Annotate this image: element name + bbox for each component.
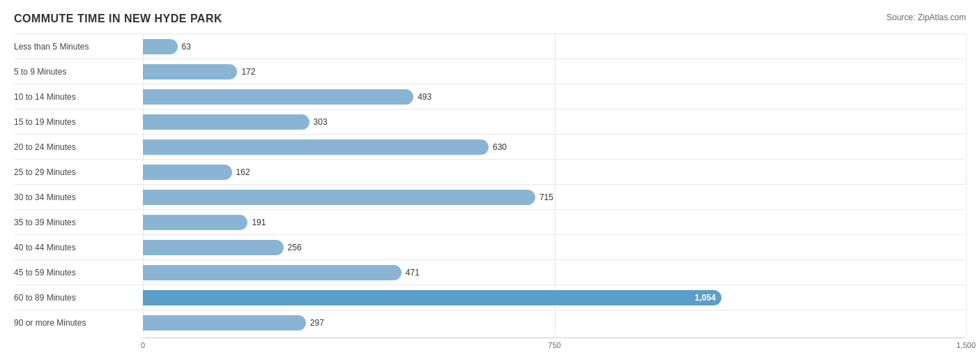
bar-label: 35 to 39 Minutes [14, 218, 143, 227]
bar-fill: 162 [143, 165, 232, 180]
bar-value: 630 [493, 142, 507, 152]
bar-area: 303 [143, 109, 966, 134]
bar-label: 45 to 59 Minutes [14, 268, 143, 278]
x-axis-tick: 1,500 [956, 341, 976, 349]
bar-area: 191 [143, 210, 966, 234]
bar-value: 162 [236, 167, 250, 177]
bar-area: 63 [143, 34, 966, 59]
bar-fill: 630 [143, 139, 489, 155]
bar-label: 5 to 9 Minutes [14, 67, 143, 77]
bar-label: 20 to 24 Minutes [14, 142, 143, 152]
x-axis-tick: 0 [141, 341, 145, 349]
bar-label: 15 to 19 Minutes [14, 117, 143, 127]
bar-value: 303 [314, 117, 328, 127]
bar-row: 20 to 24 Minutes630 [14, 134, 966, 159]
bar-fill: 256 [143, 240, 284, 255]
bar-row: 40 to 44 Minutes256 [14, 234, 966, 259]
bar-fill: 1,054 [143, 290, 721, 305]
bar-value: 297 [310, 318, 324, 328]
bar-value: 63 [182, 42, 191, 52]
bar-fill: 297 [143, 315, 306, 331]
bar-row: 35 to 39 Minutes191 [14, 209, 966, 234]
bar-fill: 715 [143, 190, 535, 205]
bar-value: 256 [288, 243, 302, 252]
bar-area: 715 [143, 185, 966, 209]
bar-area: 162 [143, 160, 966, 184]
bar-row: 5 to 9 Minutes172 [14, 59, 966, 84]
bar-fill: 191 [143, 215, 247, 230]
chart-title: COMMUTE TIME IN NEW HYDE PARK [14, 13, 222, 25]
bar-row: 30 to 34 Minutes715 [14, 184, 966, 209]
bar-area: 256 [143, 235, 966, 259]
bar-fill: 303 [143, 114, 309, 130]
bar-value: 715 [539, 192, 553, 202]
bar-label: 25 to 29 Minutes [14, 167, 143, 177]
bar-fill: 63 [143, 39, 178, 54]
bar-area: 297 [143, 310, 966, 335]
chart-container: COMMUTE TIME IN NEW HYDE PARK Source: Zi… [0, 0, 980, 364]
bar-row: 60 to 89 Minutes1,054 [14, 285, 966, 310]
chart-body: Less than 5 Minutes635 to 9 Minutes17210… [14, 33, 966, 335]
bar-area: 493 [143, 84, 966, 109]
bar-row: 10 to 14 Minutes493 [14, 84, 966, 109]
bar-value: 172 [241, 67, 255, 77]
bar-fill: 172 [143, 64, 237, 79]
bar-label: 90 or more Minutes [14, 318, 143, 328]
bar-fill: 471 [143, 265, 401, 280]
bar-fill: 493 [143, 89, 413, 105]
x-axis-tick: 750 [548, 341, 560, 349]
bar-row: Less than 5 Minutes63 [14, 33, 966, 59]
bar-row: 45 to 59 Minutes471 [14, 259, 966, 285]
chart-source: Source: ZipAtlas.com [887, 13, 966, 22]
bar-value: 493 [418, 92, 431, 102]
bar-area: 172 [143, 59, 966, 84]
bar-row: 90 or more Minutes297 [14, 310, 966, 335]
bar-area: 1,054 [143, 285, 966, 310]
bar-value: 191 [252, 218, 266, 227]
bar-label: 60 to 89 Minutes [14, 293, 143, 303]
bar-row: 15 to 19 Minutes303 [14, 109, 966, 134]
x-axis: 07501,500 [143, 338, 966, 351]
bar-label: 10 to 14 Minutes [14, 92, 143, 102]
bar-label: 30 to 34 Minutes [14, 192, 143, 202]
bar-label: 40 to 44 Minutes [14, 243, 143, 252]
bar-label: Less than 5 Minutes [14, 42, 143, 52]
bar-area: 630 [143, 135, 966, 159]
bar-value: 471 [406, 268, 420, 278]
bar-area: 471 [143, 260, 966, 285]
bar-value-inside: 1,054 [695, 293, 716, 303]
bar-row: 25 to 29 Minutes162 [14, 159, 966, 184]
chart-header: COMMUTE TIME IN NEW HYDE PARK Source: Zi… [14, 13, 966, 25]
